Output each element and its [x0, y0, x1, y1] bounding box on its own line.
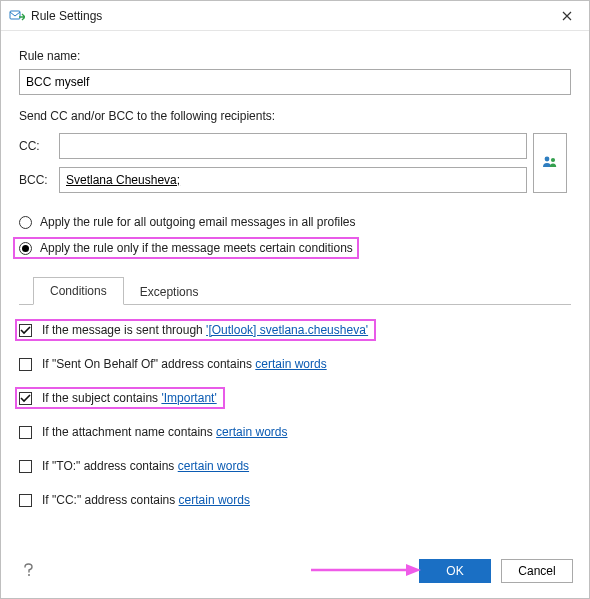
- condition-text: If the message is sent through '[Outlook…: [42, 323, 368, 337]
- cc-label: CC:: [19, 139, 53, 153]
- checkbox[interactable]: [19, 358, 32, 371]
- checkbox[interactable]: [19, 426, 32, 439]
- titlebar: Rule Settings: [1, 1, 589, 31]
- apply-scope-radios: Apply the rule for all outgoing email me…: [19, 211, 571, 259]
- app-icon: [9, 8, 25, 24]
- condition-prefix: If "CC:" address contains: [42, 493, 179, 507]
- radio-icon: [19, 242, 32, 255]
- condition-prefix: If the subject contains: [42, 391, 161, 405]
- checkbox[interactable]: [19, 392, 32, 405]
- condition-row: If "TO:" address contains certain words: [19, 455, 571, 477]
- dialog-body: Rule name: Send CC and/or BCC to the fol…: [1, 31, 589, 547]
- condition-link[interactable]: certain words: [178, 459, 249, 473]
- condition-row: If the subject contains 'Important': [15, 387, 225, 409]
- svg-point-3: [28, 574, 30, 576]
- radio-apply-conditional[interactable]: Apply the rule only if the message meets…: [13, 237, 359, 259]
- close-button[interactable]: [544, 1, 589, 31]
- condition-text: If "TO:" address contains certain words: [42, 459, 249, 473]
- condition-prefix: If the attachment name contains: [42, 425, 216, 439]
- checkbox[interactable]: [19, 324, 32, 337]
- conditions-list: If the message is sent through '[Outlook…: [19, 319, 571, 511]
- help-button[interactable]: [17, 558, 40, 584]
- rule-name-input[interactable]: [19, 69, 571, 95]
- cc-input[interactable]: [59, 133, 527, 159]
- condition-row: If "CC:" address contains certain words: [19, 489, 571, 511]
- condition-link[interactable]: certain words: [216, 425, 287, 439]
- checkbox[interactable]: [19, 460, 32, 473]
- svg-rect-0: [10, 11, 20, 19]
- dialog-footer: OK Cancel: [1, 547, 589, 598]
- tabstrip: Conditions Exceptions: [19, 275, 571, 305]
- condition-text: If the attachment name contains certain …: [42, 425, 287, 439]
- bcc-recipient-chip[interactable]: Svetlana Cheusheva;: [66, 173, 180, 187]
- recipients-heading: Send CC and/or BCC to the following reci…: [19, 109, 571, 123]
- radio-apply-conditional-label: Apply the rule only if the message meets…: [40, 241, 353, 255]
- condition-text: If "Sent On Behalf Of" address contains …: [42, 357, 327, 371]
- svg-point-2: [551, 157, 555, 161]
- condition-row: If the message is sent through '[Outlook…: [15, 319, 376, 341]
- dialog-rule-settings: Rule Settings Rule name: Send CC and/or …: [0, 0, 590, 599]
- condition-row: If "Sent On Behalf Of" address contains …: [19, 353, 571, 375]
- rule-name-label: Rule name:: [19, 49, 571, 63]
- ok-button[interactable]: OK: [419, 559, 491, 583]
- recipients-section: Send CC and/or BCC to the following reci…: [19, 109, 571, 193]
- dialog-title: Rule Settings: [31, 9, 102, 23]
- condition-link[interactable]: certain words: [179, 493, 250, 507]
- bcc-label: BCC:: [19, 173, 53, 187]
- condition-prefix: If "TO:" address contains: [42, 459, 178, 473]
- tab-conditions[interactable]: Conditions: [33, 277, 124, 305]
- tab-exceptions[interactable]: Exceptions: [124, 279, 215, 305]
- svg-point-1: [545, 156, 550, 161]
- radio-icon: [19, 216, 32, 229]
- radio-apply-all-label: Apply the rule for all outgoing email me…: [40, 215, 356, 229]
- condition-text: If the subject contains 'Important': [42, 391, 217, 405]
- address-book-button[interactable]: [533, 133, 567, 193]
- people-icon: [541, 153, 559, 174]
- cancel-button[interactable]: Cancel: [501, 559, 573, 583]
- condition-link[interactable]: 'Important': [161, 391, 216, 405]
- checkbox[interactable]: [19, 494, 32, 507]
- condition-row: If the attachment name contains certain …: [19, 421, 571, 443]
- condition-prefix: If the message is sent through: [42, 323, 206, 337]
- radio-apply-all[interactable]: Apply the rule for all outgoing email me…: [19, 211, 571, 233]
- condition-prefix: If "Sent On Behalf Of" address contains: [42, 357, 255, 371]
- condition-link[interactable]: certain words: [255, 357, 326, 371]
- condition-text: If "CC:" address contains certain words: [42, 493, 250, 507]
- condition-link[interactable]: '[Outlook] svetlana.cheusheva': [206, 323, 368, 337]
- bcc-input[interactable]: Svetlana Cheusheva;: [59, 167, 527, 193]
